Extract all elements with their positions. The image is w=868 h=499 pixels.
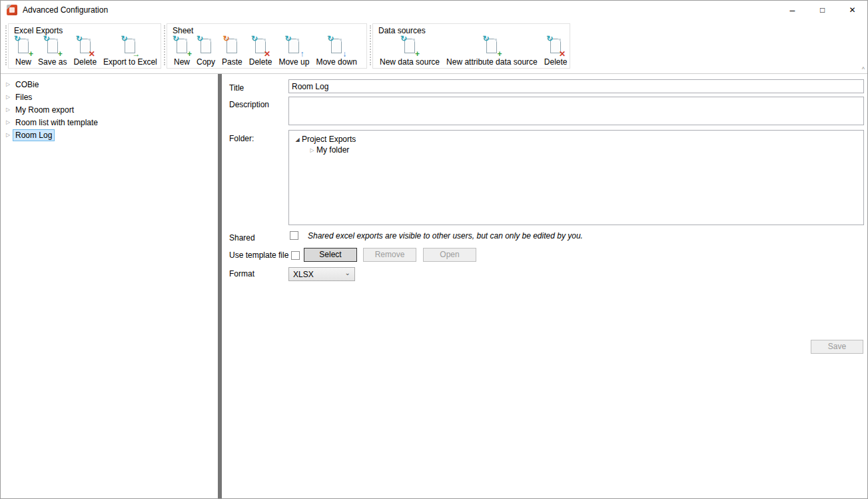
title-bar: Advanced Configuration <box>0 0 868 20</box>
use-template-file-label: Use template file <box>229 250 288 260</box>
toolbar-group-data-sources: Data sources ↻+ New data source ↻+ New a… <box>372 23 570 69</box>
new-data-source-button[interactable]: ↻+ New data source <box>376 37 443 68</box>
toolbar-grip[interactable] <box>370 25 371 65</box>
expand-arrow-icon[interactable]: ▷ <box>3 132 13 138</box>
sheet-paste-button[interactable]: ↻ Paste <box>218 37 246 68</box>
use-template-file-checkbox[interactable] <box>291 251 300 260</box>
toolbar-group-sheet: Sheet ↻+ New ↻ Copy ↻ Paste ↻✕ Delete ↻↑… <box>167 23 367 69</box>
panel-splitter[interactable] <box>218 74 222 499</box>
excel-delete-button[interactable]: ↻✕ Delete <box>70 37 100 68</box>
minimize-icon: – <box>790 5 795 15</box>
format-dropdown[interactable]: XLSX ⌄ <box>288 267 355 281</box>
delete-document-icon: ↻✕ <box>77 38 93 55</box>
app-icon <box>7 5 17 15</box>
expand-arrow-icon[interactable]: ▷ <box>3 81 13 87</box>
folder-node-my-folder[interactable]: ▷ My folder <box>308 145 349 155</box>
copy-icon: ↻ <box>198 38 214 55</box>
group-label: Excel Exports <box>14 26 157 35</box>
excel-save-as-button[interactable]: ↻+ Save as <box>35 37 70 68</box>
tree-item-room-log[interactable]: ▷ Room Log <box>0 129 218 141</box>
new-data-source-icon: ↻+ <box>402 38 418 55</box>
maximize-button[interactable]: □ <box>807 0 837 20</box>
toolbar-group-excel-exports: Excel Exports ↻+ New ↻+ Save as ↻✕ Delet… <box>8 23 161 69</box>
paste-icon: ↻ <box>224 38 240 55</box>
sheet-new-button[interactable]: ↻+ New <box>171 37 193 68</box>
expand-arrow-icon[interactable]: ▷ <box>3 107 13 113</box>
format-value: XLSX <box>293 270 314 279</box>
shared-checkbox[interactable] <box>290 231 298 240</box>
folder-node-project-exports[interactable]: ◢ Project Exports <box>293 134 356 145</box>
tree-item-my-room-export[interactable]: ▷ My Room export <box>0 103 218 116</box>
tree-item-cobie[interactable]: ▷ COBie <box>0 78 218 91</box>
open-template-button[interactable]: Open <box>423 248 476 262</box>
new-sheet-icon: ↻+ <box>174 38 190 55</box>
export-to-excel-button[interactable]: ↻→ Export to Excel <box>100 37 161 68</box>
format-label: Format <box>229 269 254 278</box>
sheet-delete-button[interactable]: ↻✕ Delete <box>246 37 276 68</box>
select-template-button[interactable]: Select <box>304 248 357 262</box>
excel-new-button[interactable]: ↻+ New <box>12 37 35 68</box>
chevron-down-icon: ⌄ <box>345 270 350 276</box>
folder-label: Folder: <box>229 134 254 143</box>
export-tree-panel: ▷ COBie ▷ Files ▷ My Room export ▷ Room … <box>0 74 218 499</box>
minimize-button[interactable]: – <box>777 0 807 20</box>
export-to-excel-icon: ↻→ <box>122 38 138 55</box>
save-as-icon: ↻+ <box>45 38 61 55</box>
new-attribute-data-source-button[interactable]: ↻+ New attribute data source <box>443 37 541 68</box>
tree-item-files[interactable]: ▷ Files <box>0 91 218 103</box>
folder-tree: ◢ Project Exports ▷ My folder <box>288 130 864 225</box>
shared-label: Shared <box>229 233 255 243</box>
toolbar-grip[interactable] <box>5 25 7 65</box>
description-input[interactable] <box>288 97 864 125</box>
maximize-icon: □ <box>820 5 825 15</box>
toolbar-grip[interactable] <box>164 25 165 65</box>
new-document-icon: ↻+ <box>15 38 31 55</box>
shared-hint-text: Shared excel exports are visible to othe… <box>308 231 583 241</box>
toolbar-ribbon: Excel Exports ↻+ New ↻+ Save as ↻✕ Delet… <box>0 20 868 74</box>
new-attribute-data-source-icon: ↻+ <box>484 38 500 55</box>
window-title: Advanced Configuration <box>23 5 108 15</box>
sheet-move-down-button[interactable]: ↻↓ Move down <box>312 37 360 68</box>
move-up-icon: ↻↑ <box>286 38 302 55</box>
expand-arrow-icon[interactable]: ▷ <box>3 119 13 125</box>
sheet-copy-button[interactable]: ↻ Copy <box>193 37 218 68</box>
move-down-icon: ↻↓ <box>328 38 344 55</box>
delete-data-source-button[interactable]: ↻✕ Delete <box>541 37 571 68</box>
save-button[interactable]: Save <box>811 340 863 354</box>
window-controls: – □ ✕ <box>777 0 867 20</box>
close-button[interactable]: ✕ <box>837 0 867 20</box>
expand-arrow-icon[interactable]: ▷ <box>308 147 316 153</box>
delete-data-source-icon: ↻✕ <box>548 38 564 55</box>
sheet-move-up-button[interactable]: ↻↑ Move up <box>275 37 312 68</box>
description-label: Description <box>229 100 269 109</box>
delete-sheet-icon: ↻✕ <box>252 38 268 55</box>
title-input[interactable] <box>288 79 864 93</box>
expand-arrow-icon[interactable]: ▷ <box>3 94 13 100</box>
close-icon: ✕ <box>849 5 855 15</box>
remove-template-button[interactable]: Remove <box>363 248 416 262</box>
ribbon-collapse-chevron[interactable]: ^ <box>862 66 865 73</box>
title-label: Title <box>229 83 244 93</box>
collapse-arrow-icon[interactable]: ◢ <box>293 137 302 143</box>
tree-item-room-list-with-template[interactable]: ▷ Room list with template <box>0 116 218 129</box>
